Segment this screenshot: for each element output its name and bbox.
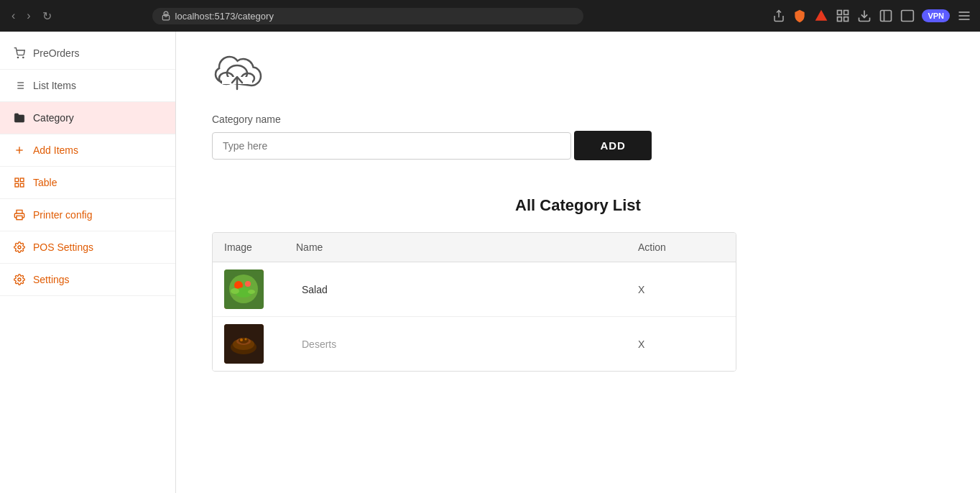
svg-marker-3: [815, 10, 828, 21]
extensions-icon[interactable]: [836, 9, 850, 23]
profile-icon[interactable]: [900, 9, 915, 23]
deserts-image: [224, 324, 264, 364]
col-action: Action: [638, 241, 724, 253]
svg-point-42: [231, 288, 239, 294]
svg-point-16: [23, 57, 24, 57]
cart-icon: [13, 47, 26, 59]
sidebar-item-pos-settings-label: POS Settings: [33, 241, 93, 253]
printer-icon: [13, 209, 26, 221]
sidebar: PreOrders List Items Category Add Items: [0, 32, 176, 493]
svg-rect-4: [838, 11, 842, 15]
svg-rect-26: [20, 178, 24, 182]
sidebar-item-list-items-label: List Items: [33, 80, 76, 91]
deserts-img-svg: [224, 324, 264, 364]
svg-point-40: [245, 281, 251, 287]
lock-icon: [161, 11, 171, 21]
nav-forward-button[interactable]: ›: [24, 6, 33, 25]
folder-icon: [13, 112, 26, 124]
svg-point-15: [17, 57, 18, 57]
menu-icon[interactable]: [957, 9, 971, 23]
col-image: Image: [224, 241, 296, 253]
svg-point-48: [239, 338, 249, 344]
upload-icon-container: [212, 53, 944, 99]
sidebar-item-add-items-label: Add Items: [33, 144, 78, 156]
svg-rect-5: [844, 11, 849, 15]
svg-rect-29: [17, 216, 22, 219]
salad-img-svg: [224, 269, 264, 309]
cloud-upload-icon: [212, 53, 262, 96]
svg-point-43: [248, 290, 255, 294]
table-row: Deserts X: [213, 317, 736, 371]
svg-rect-25: [15, 178, 19, 182]
table-row: Salad X: [213, 262, 736, 317]
grid-icon: [13, 177, 26, 188]
svg-rect-9: [881, 11, 892, 22]
main-content: Category name ADD All Category List Imag…: [176, 32, 980, 493]
browser-chrome: ‹ › ↻ localhost:5173/category VPN: [0, 0, 980, 32]
svg-rect-1: [162, 15, 169, 19]
svg-point-30: [18, 246, 21, 249]
sidebar-item-category[interactable]: Category: [0, 102, 175, 134]
gear-icon: [13, 241, 26, 253]
nav-reload-button[interactable]: ↻: [40, 6, 55, 26]
svg-point-49: [240, 338, 243, 341]
sidebar-item-settings[interactable]: Settings: [0, 264, 175, 296]
sidebar-item-category-label: Category: [33, 112, 74, 124]
sidebar-item-preorders[interactable]: PreOrders: [0, 37, 175, 70]
url-text: localhost:5173/category: [175, 11, 575, 22]
download-icon[interactable]: [857, 9, 872, 23]
section-title: All Category List: [212, 196, 944, 215]
sidebar-item-preorders-label: PreOrders: [33, 47, 80, 59]
address-bar[interactable]: localhost:5173/category: [152, 8, 583, 24]
sidebar-item-list-items[interactable]: List Items: [0, 70, 175, 102]
sidebar-item-pos-settings[interactable]: POS Settings: [0, 231, 175, 264]
sidebar-item-table-label: Table: [33, 177, 57, 188]
add-category-button[interactable]: ADD: [574, 131, 652, 160]
svg-point-31: [18, 278, 21, 281]
sidebar-item-table[interactable]: Table: [0, 167, 175, 199]
nav-back-button[interactable]: ‹: [9, 6, 18, 25]
deserts-delete-button[interactable]: X: [638, 338, 724, 350]
svg-rect-11: [902, 11, 914, 22]
sidebar-item-printer-config-label: Printer config: [33, 209, 92, 221]
svg-rect-7: [844, 17, 849, 22]
svg-point-50: [245, 338, 247, 341]
table-header: Image Name Action: [213, 233, 736, 262]
sidebar-item-add-items[interactable]: Add Items: [0, 134, 175, 167]
list-icon: [13, 80, 26, 91]
salad-delete-button[interactable]: X: [638, 284, 724, 295]
svg-rect-28: [15, 183, 19, 187]
extension-icon: [814, 9, 828, 23]
app-container: PreOrders List Items Category Add Items: [0, 32, 980, 493]
gear2-icon: [13, 274, 26, 285]
sidebar-item-settings-label: Settings: [33, 274, 70, 285]
salad-name: Salad: [296, 284, 638, 295]
browser-toolbar-right: VPN: [772, 9, 971, 23]
category-name-label: Category name: [212, 114, 944, 125]
category-table: Image Name Action: [212, 232, 736, 372]
sidebar-toggle-icon[interactable]: [879, 9, 893, 23]
col-name: Name: [296, 241, 638, 253]
salad-image: [224, 269, 264, 309]
brave-icon: [792, 9, 807, 23]
sidebar-item-printer-config[interactable]: Printer config: [0, 199, 175, 231]
svg-rect-27: [20, 183, 24, 187]
vpn-badge[interactable]: VPN: [922, 9, 950, 22]
category-name-input[interactable]: [212, 132, 571, 160]
svg-rect-6: [838, 17, 842, 22]
share-icon[interactable]: [772, 9, 785, 22]
plus-icon: [13, 144, 26, 156]
deserts-name: Deserts: [296, 338, 638, 350]
